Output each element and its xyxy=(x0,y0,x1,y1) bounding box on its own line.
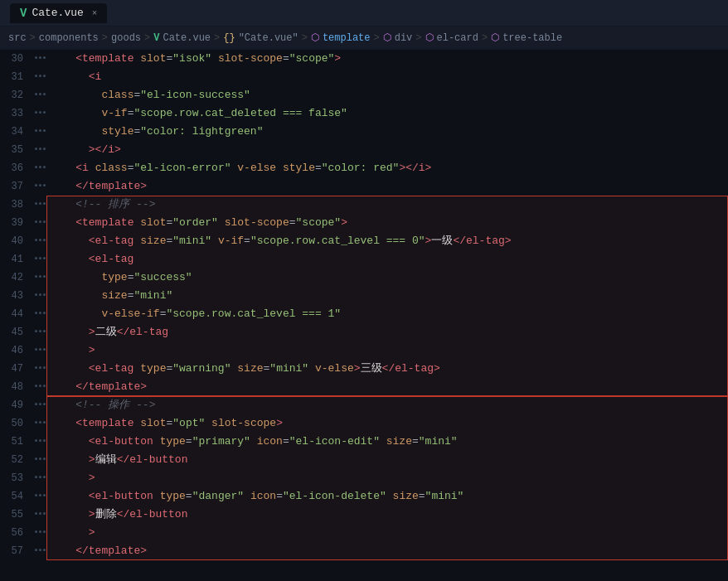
line-38: 38 <!-- 排序 --> xyxy=(0,196,728,214)
breadcrumb-bracket-icon: {} xyxy=(223,32,235,44)
breadcrumb-tag4-icon: ⬡ xyxy=(491,31,499,44)
line-30: 30 <template slot="isok" slot-scope="sco… xyxy=(0,50,728,68)
tab[interactable]: V Cate.vue × xyxy=(10,3,107,23)
line-41: 41 <el-tag xyxy=(0,250,728,269)
line-40: 40 <el-tag size="mini" v-if="scope.row.c… xyxy=(0,232,728,250)
line-33: 33 v-if="scope.row.cat_deleted === false… xyxy=(0,104,728,123)
line-49: 49 <!-- 操作 --> xyxy=(0,396,728,414)
line-57: 57 </template> xyxy=(0,542,728,560)
breadcrumb: src > components > goods > V Cate.vue > … xyxy=(0,27,728,50)
editor: 30 <template slot="isok" slot-scope="sco… xyxy=(0,50,728,581)
line-44: 44 v-else-if="scope.row.cat_level === 1" xyxy=(0,305,728,323)
line-56: 56 > xyxy=(0,524,728,542)
breadcrumb-item-goods: goods xyxy=(111,32,141,44)
line-32: 32 class="el-icon-success" xyxy=(0,86,728,104)
line-37: 37 </template> xyxy=(0,177,728,196)
breadcrumb-item-div: div xyxy=(395,32,413,44)
breadcrumb-tag2-icon: ⬡ xyxy=(383,31,391,44)
line-54: 54 <el-button type="danger" icon="el-ico… xyxy=(0,487,728,506)
breadcrumb-item-treetable: tree-table xyxy=(502,32,562,44)
breadcrumb-item-cate-quote: "Cate.vue" xyxy=(239,32,298,44)
line-53: 53 > xyxy=(0,469,728,487)
breadcrumb-tag-icon: ⬡ xyxy=(311,31,319,44)
line-34: 34 style="color: lightgreen" xyxy=(0,123,728,141)
line-43: 43 size="mini" xyxy=(0,287,728,305)
line-48: 48 </template> xyxy=(0,378,728,396)
line-46: 46 > xyxy=(0,341,728,360)
line-50: 50 <template slot="opt" slot-scope> xyxy=(0,414,728,433)
breadcrumb-vue-icon: V xyxy=(153,32,159,44)
breadcrumb-item-components: components xyxy=(39,32,99,44)
breadcrumb-item-src: src xyxy=(8,32,27,44)
title-bar: V Cate.vue × xyxy=(0,0,728,27)
line-52: 52 >编辑</el-button xyxy=(0,451,728,469)
line-42: 42 type="success" xyxy=(0,269,728,287)
code-area: 30 <template slot="isok" slot-scope="sco… xyxy=(0,50,728,581)
line-31: 31 <i xyxy=(0,68,728,86)
line-55: 55 >删除</el-button xyxy=(0,506,728,524)
line-36: 36 <i class="el-icon-error" v-else style… xyxy=(0,159,728,177)
line-51: 51 <el-button type="primary" icon="el-ic… xyxy=(0,433,728,451)
tab-close-icon[interactable]: × xyxy=(92,8,98,18)
breadcrumb-item-elcard: el-card xyxy=(437,32,478,44)
tab-vue-icon: V xyxy=(20,7,27,20)
line-45: 45 >二级</el-tag xyxy=(0,323,728,341)
breadcrumb-item-template: template xyxy=(323,32,371,44)
line-47: 47 <el-tag type="warning" size="mini" v-… xyxy=(0,360,728,378)
breadcrumb-tag3-icon: ⬡ xyxy=(425,31,434,44)
breadcrumb-item-cate: Cate.vue xyxy=(163,32,211,44)
tab-label: Cate.vue xyxy=(32,7,83,19)
line-39: 39 <template slot="order" slot-scope="sc… xyxy=(0,214,728,232)
line-35: 35 ></i> xyxy=(0,141,728,159)
